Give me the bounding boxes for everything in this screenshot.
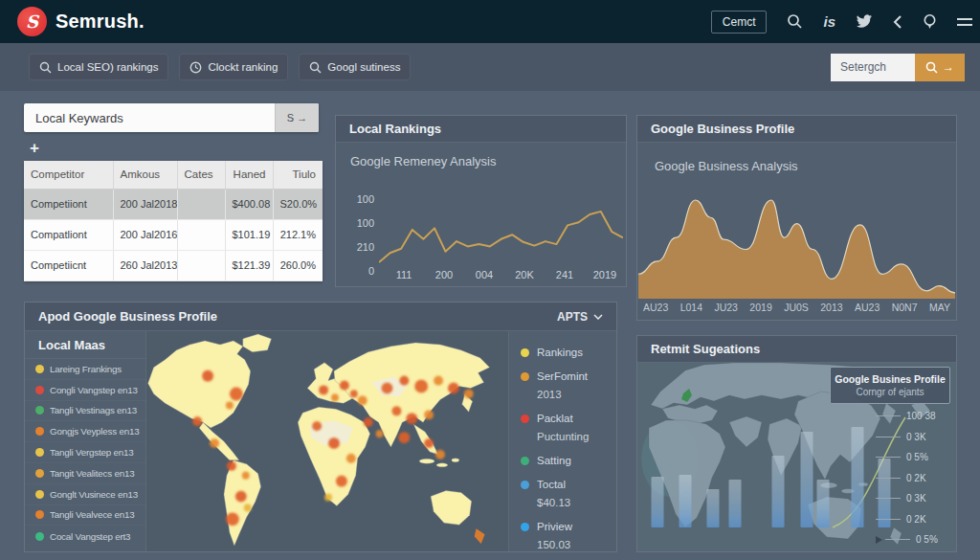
legend-dot bbox=[521, 348, 529, 357]
column-header[interactable]: Cates bbox=[177, 161, 225, 189]
connect-button[interactable]: Cemct bbox=[711, 11, 768, 34]
legend-dot bbox=[521, 481, 529, 489]
legend-item: Toctal$40.13 bbox=[521, 477, 616, 510]
map-right-legend: RankingsSerFomint2013PacklatPuctuntingSa… bbox=[508, 331, 616, 551]
legend-item: Cocal Vangstep ert3 bbox=[25, 526, 145, 547]
legend-item: Tangli Vestinags en13 bbox=[25, 401, 145, 422]
nav-tabs: Local SEO) rankingsClockt rankingGoogl s… bbox=[0, 54, 421, 80]
local-rankings-subtitle: Google Remeney Analysis bbox=[350, 154, 496, 168]
business-profile-panel: Google Business Profile Google Business … bbox=[636, 115, 957, 321]
legend-dot bbox=[521, 372, 529, 381]
column-header[interactable]: Amkous bbox=[113, 161, 177, 189]
search-submit-button[interactable]: → bbox=[915, 54, 965, 81]
suggestions-axis: 100 380 3K0 5%0 2K0 3K0 2K0 5% bbox=[876, 406, 950, 550]
legend-item: PacklatPuctunting bbox=[521, 411, 616, 444]
competitor-table-body: Competiiont200 Jal2018$400.08S20.0%Compa… bbox=[24, 189, 323, 280]
legend-dot bbox=[35, 365, 44, 373]
business-profile-title: Google Business Profile bbox=[637, 116, 956, 143]
add-keyword-button[interactable]: + bbox=[30, 139, 39, 158]
business-profile-area bbox=[638, 200, 955, 299]
suggestions-panel: Retmit Sugeations bbox=[636, 335, 957, 552]
local-rankings-xticks: 11120000420K2412019 bbox=[384, 269, 625, 280]
legend-dot bbox=[521, 523, 529, 531]
search-icon bbox=[309, 61, 322, 74]
navbar: Local SEO) rankingsClockt rankingGoogl s… bbox=[0, 43, 980, 91]
legend-item: Tangli Vergstep en13 bbox=[25, 442, 145, 463]
search-input[interactable] bbox=[831, 54, 915, 81]
legend-dot bbox=[35, 532, 44, 541]
local-maas-title: Local Maas bbox=[25, 331, 145, 359]
brand-title: Semrush. bbox=[56, 11, 145, 33]
competitor-table: CompetitorAmkousCatesHanedTiulo Competii… bbox=[24, 161, 323, 281]
app-header: S Semrush. Cemct is bbox=[0, 0, 980, 43]
local-rankings-chart bbox=[379, 190, 623, 275]
search-icon bbox=[925, 61, 938, 74]
suggestions-title: Retmit Sugeations bbox=[637, 336, 956, 363]
search-icon[interactable] bbox=[787, 13, 803, 30]
competitor-table-head: CompetitorAmkousCatesHanedTiulo bbox=[24, 161, 323, 189]
table-row[interactable]: Competiiont200 Jal2018$400.08S20.0% bbox=[24, 189, 323, 219]
business-profile-chart bbox=[638, 173, 955, 301]
legend-item: Lareing Frankings bbox=[25, 359, 145, 380]
legend-dot bbox=[35, 510, 44, 519]
business-profile-subtitle: Google Business Analysis bbox=[655, 159, 798, 173]
legend-item: SerFomint2013 bbox=[521, 369, 616, 402]
tooltip-title: Google Busines Profile bbox=[833, 373, 947, 385]
legend-item: Gonglt Vusinece en13 bbox=[25, 484, 145, 505]
legend-dot bbox=[521, 457, 529, 465]
map-panel: Apod Google Business Profile APTS Local … bbox=[24, 302, 617, 552]
legend-item: Tangli Vealvece en13 bbox=[25, 505, 145, 526]
legend-item: Priview150.03 bbox=[521, 519, 616, 552]
nav-tab-1[interactable]: Local SEO) rankings bbox=[29, 54, 168, 80]
local-rankings-panel: Local Rankings Google Remeney Analysis 1… bbox=[335, 115, 627, 287]
map-panel-title: Apod Google Business Profile bbox=[38, 309, 217, 324]
world-map bbox=[146, 331, 508, 551]
menu-icon[interactable] bbox=[957, 18, 972, 26]
search-icon bbox=[39, 61, 52, 74]
legend-dot bbox=[521, 414, 529, 423]
local-keywords-value: Local Keywards bbox=[24, 111, 275, 125]
local-maas-legend: Local Maas Lareing FrankingsCongli Vangs… bbox=[25, 331, 146, 551]
legend-item: Tangit Vealitecs en13 bbox=[25, 463, 145, 484]
local-maas-items: Lareing FrankingsCongli Vangstep en13Tan… bbox=[25, 359, 145, 547]
clock-icon bbox=[189, 61, 202, 74]
local-rankings-yticks: 1001002100 bbox=[344, 188, 374, 283]
legend-item: Satting bbox=[521, 453, 616, 468]
legend-item: Rankings bbox=[521, 345, 616, 360]
legend-dot bbox=[35, 448, 44, 457]
legend-dot bbox=[35, 490, 44, 499]
keywords-go-button[interactable]: S → bbox=[275, 103, 319, 132]
apts-label: APTS bbox=[557, 310, 588, 324]
is-icon[interactable]: is bbox=[823, 13, 835, 30]
local-keywords-input[interactable]: Local Keywards S → bbox=[24, 103, 319, 132]
column-header[interactable]: Competitor bbox=[24, 161, 113, 189]
table-row[interactable]: Compatliont200 Jal2016$101.19212.1% bbox=[24, 219, 323, 250]
column-header[interactable]: Tiulo bbox=[273, 161, 323, 189]
arrow-right-icon: → bbox=[943, 60, 954, 74]
legend-dot bbox=[35, 386, 44, 394]
local-rankings-title: Local Rankings bbox=[336, 116, 626, 143]
semrush-logo-icon[interactable]: S bbox=[17, 7, 47, 36]
suggestions-tooltip: Google Busines Profile Corngr of ejants bbox=[830, 367, 950, 404]
back-arrow-icon[interactable] bbox=[893, 14, 902, 30]
legend-item: Gongjs Veypless en13 bbox=[25, 421, 145, 442]
local-rankings-line bbox=[379, 212, 623, 262]
twitter-icon[interactable] bbox=[856, 14, 873, 29]
location-pin-icon[interactable] bbox=[923, 13, 937, 31]
table-row[interactable]: Competiicnt260 Jal2013$121.39260.0% bbox=[24, 250, 323, 280]
chevron-down-icon bbox=[593, 314, 603, 320]
tooltip-subtitle: Corngr of ejants bbox=[833, 387, 947, 397]
business-profile-xticks: AU23L014JU232019JU0S2013AU23N0N7MAY bbox=[639, 302, 954, 313]
column-header[interactable]: Haned bbox=[225, 161, 273, 189]
legend-dot bbox=[35, 427, 44, 436]
nav-tab-2[interactable]: Clockt ranking bbox=[179, 54, 288, 80]
nav-tab-3[interactable]: Googl sutiness bbox=[299, 54, 411, 80]
legend-dot bbox=[35, 406, 44, 414]
legend-dot bbox=[35, 469, 44, 478]
apts-dropdown[interactable]: APTS bbox=[557, 310, 603, 324]
legend-item: Congli Vangstep en13 bbox=[25, 380, 145, 401]
